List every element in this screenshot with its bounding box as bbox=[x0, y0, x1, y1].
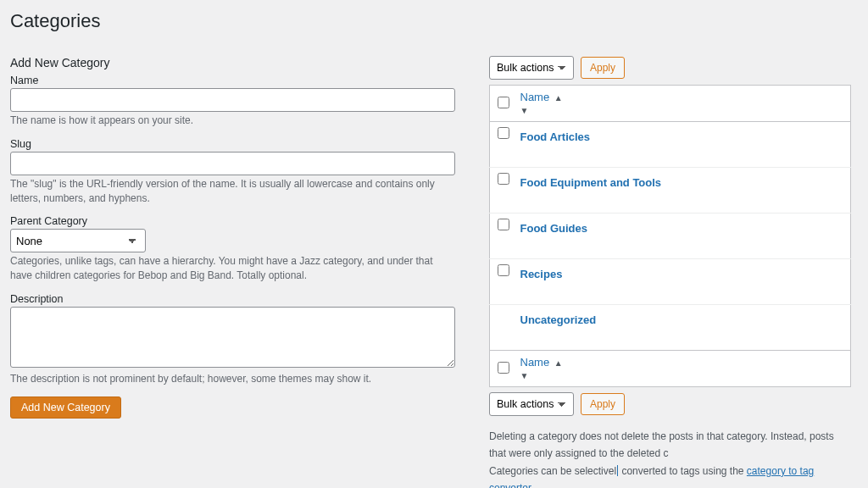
column-name-header[interactable]: Name ▲▼ bbox=[514, 86, 851, 122]
table-row: Food Articles bbox=[490, 122, 851, 168]
add-category-button[interactable]: Add New Category bbox=[10, 396, 121, 419]
table-row: Recipes bbox=[490, 259, 851, 305]
parent-select[interactable]: None bbox=[10, 229, 146, 252]
bulk-actions-select-top[interactable]: Bulk actions bbox=[489, 56, 574, 80]
column-name-footer[interactable]: Name ▲▼ bbox=[514, 351, 851, 387]
slug-label: Slug bbox=[10, 138, 455, 150]
row-checkbox[interactable] bbox=[498, 127, 509, 139]
tablenav-bottom: Bulk actions Apply bbox=[489, 392, 851, 416]
parent-hint: Categories, unlike tags, can have a hier… bbox=[10, 254, 455, 283]
categories-table: Name ▲▼ Food Articles Food Equipment and… bbox=[489, 85, 851, 387]
column-name-label: Name bbox=[520, 91, 550, 103]
note-line-1: Deleting a category does not delete the … bbox=[489, 428, 851, 463]
bulk-actions-select-bottom[interactable]: Bulk actions bbox=[489, 392, 574, 416]
category-link[interactable]: Food Equipment and Tools bbox=[520, 176, 662, 189]
slug-hint: The "slug" is the URL-friendly version o… bbox=[10, 177, 455, 206]
name-label: Name bbox=[10, 75, 455, 86]
name-hint: The name is how it appears on your site. bbox=[10, 114, 455, 128]
name-input[interactable] bbox=[10, 88, 455, 112]
category-link[interactable]: Recipes bbox=[520, 268, 563, 280]
description-label: Description bbox=[10, 293, 455, 305]
column-name-label: Name bbox=[520, 356, 550, 369]
delete-note: Deleting a category does not delete the … bbox=[489, 428, 851, 488]
description-textarea[interactable] bbox=[10, 307, 455, 368]
text-cursor bbox=[617, 465, 618, 476]
form-heading: Add New Category bbox=[10, 56, 455, 69]
row-checkbox[interactable] bbox=[498, 219, 509, 230]
description-hint: The description is not prominent by defa… bbox=[10, 372, 455, 386]
apply-button-bottom[interactable]: Apply bbox=[581, 393, 625, 415]
select-all-bottom-checkbox[interactable] bbox=[498, 362, 509, 374]
note-line-2: Categories can be selectivel converted t… bbox=[489, 463, 851, 488]
category-link[interactable]: Food Articles bbox=[520, 130, 591, 143]
slug-input[interactable] bbox=[10, 152, 455, 175]
page-title: Categories bbox=[10, 8, 851, 32]
parent-label: Parent Category bbox=[10, 215, 455, 227]
apply-button-top[interactable]: Apply bbox=[581, 57, 625, 79]
category-link[interactable]: Food Guides bbox=[520, 222, 587, 235]
select-all-top-checkbox[interactable] bbox=[498, 97, 509, 108]
row-checkbox[interactable] bbox=[498, 264, 509, 276]
row-checkbox[interactable] bbox=[498, 173, 509, 185]
table-row: Food Guides bbox=[490, 214, 851, 259]
table-row: Uncategorized bbox=[490, 305, 851, 351]
table-row: Food Equipment and Tools bbox=[490, 168, 851, 214]
tablenav-top: Bulk actions Apply bbox=[489, 56, 851, 80]
category-link[interactable]: Uncategorized bbox=[520, 313, 597, 326]
add-category-form: Add New Category Name The name is how it… bbox=[10, 56, 455, 488]
